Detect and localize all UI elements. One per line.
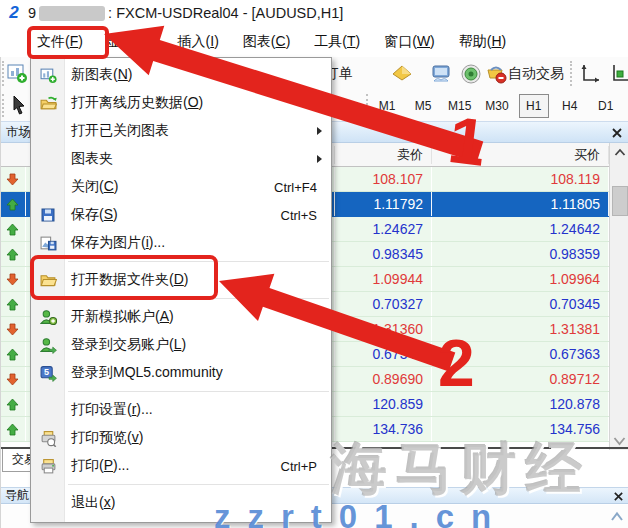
close-icon[interactable]	[613, 491, 624, 502]
timeframe-d1[interactable]: D1	[591, 94, 621, 118]
submenu-arrow-icon	[317, 127, 322, 135]
mt4-window: 2 9 : FXCM-USDReal04 - [AUDUSD,H1] 文件(F)…	[0, 0, 628, 528]
buy-price: 1.31381	[432, 317, 609, 341]
menubar-item-2[interactable]: 插入(I)	[174, 33, 223, 51]
fixed-axis-icon[interactable]	[608, 62, 628, 86]
buy-price: 120.878	[432, 392, 609, 416]
timeframe-m30[interactable]: M30	[481, 94, 512, 118]
market-watch-scrollbar[interactable]	[609, 143, 628, 450]
sell-price: 134.736	[335, 417, 432, 441]
buy-price: 1.24642	[432, 217, 609, 241]
sell-price: 1.11792	[335, 192, 432, 216]
arrow-down-icon	[0, 267, 26, 291]
folder-open-arrow-icon	[31, 95, 65, 112]
sell-price: 0.89690	[335, 367, 432, 391]
menu-bar: 文件(F)显示(V)插入(I)图表(C)工具(T)窗口(W)帮助(H)	[0, 26, 628, 57]
file-menu-item-11[interactable]: 登录到交易账户(L)	[31, 331, 331, 359]
timeframe-toolbar: M1M5M15M30H1H4D1W1	[372, 94, 628, 118]
close-icon[interactable]	[611, 127, 623, 139]
signals-icon[interactable]	[459, 62, 483, 86]
sell-price: 108.107	[335, 167, 432, 191]
arrow-up-icon	[0, 417, 26, 441]
arrow-up-icon	[0, 342, 26, 366]
scroll-down-icon[interactable]	[613, 436, 626, 446]
menu-item-label: 登录到交易账户(L)	[71, 336, 186, 354]
buy-column-header[interactable]: 买价	[432, 146, 609, 164]
file-menu-item-8[interactable]: 打开数据文件夹(D)	[31, 266, 331, 294]
file-menu-item-3[interactable]: 图表夹	[31, 145, 331, 173]
scale-axis-icon[interactable]	[578, 62, 602, 86]
menu-separator	[31, 294, 331, 303]
file-menu-item-6[interactable]: 保存为图片(i)...	[31, 229, 331, 257]
buy-price: 108.119	[432, 167, 609, 191]
chevron-down-icon[interactable]	[347, 101, 359, 109]
sell-price: 1.31360	[335, 317, 432, 341]
user-login-icon	[31, 337, 65, 354]
sell-price: 0.67346	[335, 342, 432, 366]
menu-separator	[31, 257, 331, 266]
menubar-item-1[interactable]: 显示(V)	[103, 33, 158, 51]
news-icon[interactable]	[429, 62, 453, 86]
autotrading-icon[interactable]	[484, 62, 508, 86]
menu-item-label: 打印预览(v)	[71, 429, 143, 447]
menu-item-shortcut: Ctrl+P	[281, 459, 331, 474]
menu-separator	[31, 387, 331, 396]
arrow-down-icon	[0, 317, 26, 341]
menu-item-label: 打开数据文件夹(D)	[71, 271, 188, 289]
menu-item-label: 保存为图片(i)...	[71, 234, 165, 252]
user-add-icon	[31, 309, 65, 326]
metatrader-logo-icon: 2	[5, 4, 23, 22]
file-menu-item-4[interactable]: 关闭(C)Ctrl+F4	[31, 173, 331, 201]
menubar-item-4[interactable]: 工具(T)	[310, 33, 364, 51]
buy-price: 0.70345	[432, 292, 609, 316]
menu-item-label: 图表夹	[71, 150, 113, 168]
sell-column-header[interactable]: 卖价	[335, 146, 432, 164]
menu-item-label: 打开已关闭图表	[71, 122, 169, 140]
file-menu-item-14[interactable]: 打印设置(r)...	[31, 396, 331, 424]
menu-item-label: 关闭(C)	[71, 178, 118, 196]
menu-item-label: 打开离线历史数据(O)	[71, 94, 203, 112]
menu-item-label: 退出(x)	[71, 494, 115, 512]
floppy-icon	[31, 207, 65, 223]
timeframe-h4[interactable]: H4	[555, 94, 585, 118]
buy-price: 134.756	[432, 417, 609, 441]
file-menu-item-5[interactable]: 保存(S)Ctrl+S	[31, 201, 331, 229]
file-menu-item-2[interactable]: 打开已关闭图表	[31, 117, 331, 145]
toolbar-drag-handle[interactable]	[2, 94, 4, 117]
scroll-up-icon[interactable]	[610, 511, 624, 522]
timeframe-m15[interactable]: M15	[444, 94, 475, 118]
file-menu-item-10[interactable]: 开新模拟帐户(A)	[31, 303, 331, 331]
file-menu-item-15[interactable]: 打印预览(v)	[31, 424, 331, 452]
timeframe-h1[interactable]: H1	[519, 94, 549, 118]
file-menu-item-16[interactable]: 打印(P)...Ctrl+P	[31, 452, 331, 480]
file-menu-item-1[interactable]: 打开离线历史数据(O)	[31, 89, 331, 117]
toolbar-separator	[366, 94, 368, 117]
sell-price: 1.24627	[335, 217, 432, 241]
navigator-title: 导航	[5, 487, 29, 504]
scrollbar-thumb[interactable]	[612, 186, 628, 216]
new-chart-icon[interactable]	[6, 62, 28, 84]
buy-price: 0.67363	[432, 342, 609, 366]
menubar-item-6[interactable]: 帮助(H)	[455, 33, 510, 51]
menu-item-label: 开新模拟帐户(A)	[71, 308, 174, 326]
timeframe-m1[interactable]: M1	[372, 94, 402, 118]
toolbar-drag-handle[interactable]	[2, 61, 4, 86]
file-menu-item-12[interactable]: 5登录到MQL5.community	[31, 359, 331, 387]
cursor-icon[interactable]	[9, 94, 29, 116]
file-menu-item-18[interactable]: 退出(x)	[31, 489, 331, 517]
mql5-icon: 5	[31, 365, 65, 382]
menubar-item-0[interactable]: 文件(F)	[33, 33, 87, 51]
menubar-item-3[interactable]: 图表(C)	[239, 33, 294, 51]
timeframe-m5[interactable]: M5	[408, 94, 438, 118]
menubar-item-5[interactable]: 窗口(W)	[380, 33, 439, 51]
diamond-icon[interactable]	[391, 63, 413, 85]
file-menu-dropdown: 新图表(N)打开离线历史数据(O)打开已关闭图表图表夹关闭(C)Ctrl+F4保…	[30, 57, 332, 523]
menu-separator	[31, 480, 331, 489]
autotrading-button[interactable]: 自动交易	[508, 65, 564, 83]
scroll-up-icon[interactable]	[614, 148, 626, 157]
menu-item-label: 保存(S)	[71, 206, 118, 224]
file-menu-item-0[interactable]: 新图表(N)	[31, 61, 331, 89]
buy-price: 0.98359	[432, 242, 609, 266]
svg-text:5: 5	[44, 367, 49, 377]
sell-price: 120.859	[335, 392, 432, 416]
